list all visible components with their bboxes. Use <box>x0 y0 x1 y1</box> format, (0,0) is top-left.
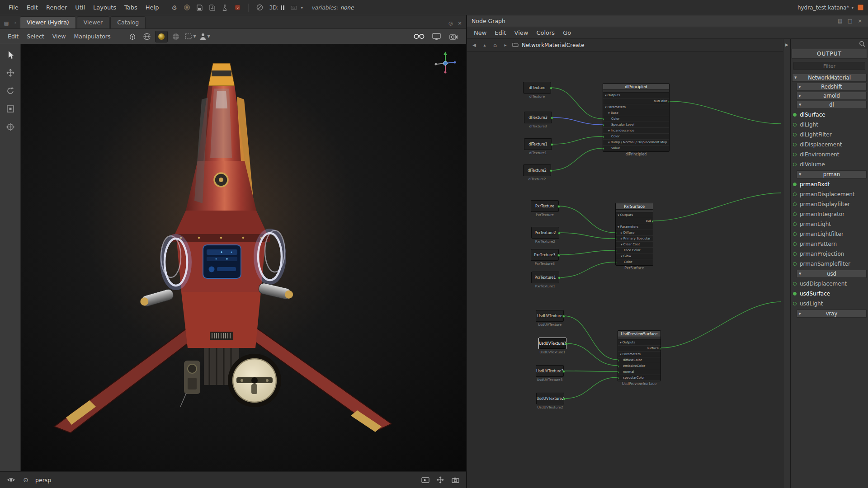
terminal-port-dot[interactable] <box>793 262 797 266</box>
expand-arrow-icon[interactable]: ▼ <box>608 112 610 114</box>
camera-target-icon[interactable]: ⊙ <box>20 475 31 485</box>
input-port-dot[interactable] <box>603 118 604 121</box>
output-port-dot[interactable] <box>551 117 553 119</box>
viewer-menu-manipulators[interactable]: Manipulators <box>70 32 114 41</box>
menu-help[interactable]: Help <box>142 3 163 12</box>
panel-close-icon[interactable]: × <box>456 19 463 27</box>
breadcrumb-node-name[interactable]: NetworkMaterialCreate <box>522 42 585 48</box>
viewer-menu-view[interactable]: View <box>48 32 70 41</box>
node-UsdUVTexture1[interactable]: UsdUVTexture1UsdUVTexture1 <box>538 338 566 349</box>
terminal-port-dot[interactable] <box>793 153 797 156</box>
node-PxrTexture3[interactable]: PxrTexture3PxrTexture3 <box>531 249 559 261</box>
filter-input[interactable] <box>793 62 865 70</box>
nodegraph-menu-new[interactable]: New <box>470 28 491 38</box>
expand-arrow-icon[interactable]: ▼ <box>799 272 801 276</box>
terminal-port-dot[interactable] <box>793 302 797 305</box>
render-disabled-icon[interactable] <box>255 3 264 12</box>
pivot-tool-icon[interactable] <box>5 121 16 133</box>
marquee-select-icon[interactable]: ▼ <box>184 31 197 42</box>
node-param-row[interactable]: outColor <box>603 99 669 104</box>
terminal-port-dot[interactable] <box>793 252 797 256</box>
terminal-port-dot[interactable] <box>793 123 797 127</box>
viewport-3d[interactable] <box>21 44 466 471</box>
output-port-dot[interactable] <box>558 232 561 235</box>
node-dlTexture[interactable]: dlTexturedlTexture <box>523 82 551 94</box>
expand-arrow-icon[interactable]: ▼ <box>620 353 622 356</box>
menu-layouts[interactable]: Layouts <box>89 3 120 12</box>
node-param-row[interactable]: ▼Incandescence <box>603 128 669 134</box>
output-terminal-prmandisplayfilter[interactable]: prmanDisplayfilter <box>791 199 868 209</box>
node-PxrTexture2[interactable]: PxrTexture2PxrTexture2 <box>531 227 559 239</box>
expand-arrow-icon[interactable]: ▼ <box>794 76 797 80</box>
node-dlTexture2[interactable]: dlTexture2dlTexture2 <box>523 164 551 176</box>
input-port-dot[interactable] <box>603 124 604 127</box>
globe-shaded-icon[interactable] <box>141 31 153 42</box>
node-param-row[interactable]: Color <box>616 259 653 265</box>
output-group-vray[interactable]: ▶vray <box>797 310 867 318</box>
terminal-port-dot[interactable] <box>793 202 797 206</box>
node-dlTexture1[interactable]: dlTexture1dlTexture1 <box>524 138 552 150</box>
node-PxrTexture1[interactable]: PxrTexture1PxrTexture1 <box>531 272 559 283</box>
node-dlTexture3[interactable]: dlTexture3dlTexture3 <box>524 112 552 123</box>
root-home-icon[interactable]: ⌂ <box>491 42 499 48</box>
expand-arrow-icon[interactable]: ▼ <box>618 225 619 228</box>
node-param-row[interactable]: ▼Outputs <box>616 212 653 218</box>
up-arrow-icon[interactable]: ▴ <box>481 42 488 47</box>
translate-tool-icon[interactable] <box>5 67 16 79</box>
output-group-dl[interactable]: ▼dl <box>797 101 867 109</box>
snapshot-camera-icon[interactable] <box>450 475 461 485</box>
output-terminal-dlvolume[interactable]: dlVolume <box>791 160 868 169</box>
menu-render[interactable]: Render <box>42 3 71 12</box>
input-port-dot[interactable] <box>603 147 604 150</box>
monitor-icon[interactable] <box>430 31 443 42</box>
node-param-row[interactable]: ▼Parameters <box>618 352 660 357</box>
panel-menu-icon[interactable]: ▤ <box>3 19 10 27</box>
expand-arrow-icon[interactable]: ▼ <box>608 129 610 132</box>
output-port-dot[interactable] <box>551 143 553 146</box>
back-arrow-icon[interactable]: ◀ <box>471 42 478 47</box>
render-view-icon[interactable] <box>420 475 431 485</box>
node-param-row[interactable]: emissiveColor <box>618 363 660 369</box>
node-param-row[interactable]: ▼Bump / Normal / Displacement Map <box>603 140 669 145</box>
nodegraph-title-bar[interactable]: Node Graph ▤ □ × <box>467 15 868 27</box>
menu-file[interactable]: File <box>5 3 23 12</box>
output-group-redshift[interactable]: ▶Redshift <box>797 83 867 91</box>
terminal-port-dot[interactable] <box>793 143 797 146</box>
output-group-networkmaterial[interactable]: ▼NetworkMaterial <box>792 74 867 82</box>
pan-move-icon[interactable] <box>435 475 446 485</box>
output-port-dot[interactable] <box>562 370 565 373</box>
output-panel-collapse-strip[interactable]: ▶ <box>783 39 790 488</box>
menu-edit[interactable]: Edit <box>23 3 42 12</box>
terminal-port-dot[interactable] <box>793 242 797 246</box>
nodegraph-menu-edit[interactable]: Edit <box>491 28 510 38</box>
node-param-row[interactable]: Color <box>603 134 669 140</box>
expand-arrow-icon[interactable]: ▼ <box>605 106 607 108</box>
panel-layout-icon[interactable]: ▤ <box>836 18 844 25</box>
viewer-menu-select[interactable]: Select <box>23 32 48 41</box>
output-terminal-prmanlightfilter[interactable]: prmanLightfilter <box>791 229 868 239</box>
input-port-dot[interactable] <box>618 371 619 374</box>
output-terminal-prmandisplacement[interactable]: prmanDisplacement <box>791 189 868 199</box>
output-terminal-prmansamplefilter[interactable]: prmanSamplefilter <box>791 259 868 269</box>
pan el-float-icon[interactable]: □ <box>846 18 854 25</box>
output-terminal-usddisplacement[interactable]: usdDisplacement <box>791 279 868 289</box>
output-port-dot[interactable] <box>660 347 660 350</box>
output-terminal-dlenvironment[interactable]: dlEnvironment <box>791 150 868 160</box>
render-camera-icon[interactable] <box>447 31 460 42</box>
expand-arrow-icon[interactable]: ▶ <box>799 312 801 315</box>
katana-badge-icon[interactable] <box>182 3 191 12</box>
node-param-row[interactable]: ▼Glow <box>616 253 653 259</box>
node-param-row[interactable]: ▼Base <box>603 110 669 116</box>
node-UsdUVTexture[interactable]: UsdUVTextureUsdUVTexture <box>536 310 564 322</box>
expand-arrow-icon[interactable]: ▼ <box>799 173 801 176</box>
wireframe-cube-icon[interactable] <box>126 31 139 42</box>
console-indicator-icon[interactable] <box>858 5 863 10</box>
terminal-port-dot[interactable] <box>793 232 797 236</box>
input-port-dot[interactable] <box>618 359 619 362</box>
expand-arrow-icon[interactable]: ▼ <box>621 255 623 258</box>
terminal-port-dot[interactable] <box>793 282 797 286</box>
menu-util[interactable]: Util <box>71 3 89 12</box>
output-port-dot[interactable] <box>550 87 552 89</box>
output-port-dot[interactable] <box>558 277 561 279</box>
quad-shading-icon[interactable] <box>170 31 182 42</box>
